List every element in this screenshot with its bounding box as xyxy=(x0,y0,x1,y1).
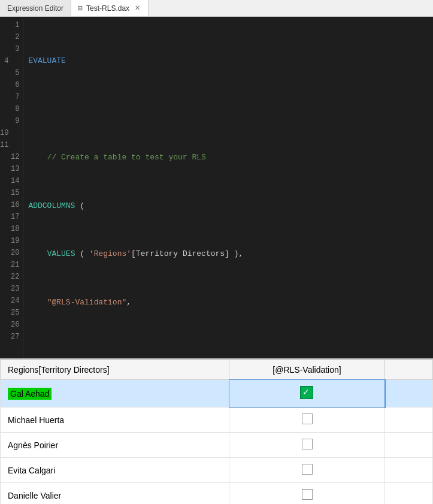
table-row[interactable]: Evita Calgari xyxy=(1,458,433,483)
row-extra-cell xyxy=(385,380,433,408)
row-name-cell: Michael Huerta xyxy=(1,408,229,433)
row-validation-cell xyxy=(229,380,385,408)
code-line-3: // Create a table to test your RLS xyxy=(28,152,428,164)
highlighted-name: Gal Aehad xyxy=(8,388,52,400)
table-area: Regions[Territory Directors] [@RLS-Valid… xyxy=(0,358,433,504)
tab-bar: Expression Editor ⊞ Test-RLS.dax ✕ xyxy=(0,0,433,17)
tab-close-button[interactable]: ✕ xyxy=(133,4,142,13)
checkbox-empty-icon xyxy=(302,414,313,424)
row-name-cell: Agnès Poirier xyxy=(1,433,229,458)
code-line-6: "@RLS-Validation", xyxy=(28,297,428,309)
editor-label: Expression Editor xyxy=(0,0,71,16)
checkbox-empty-icon xyxy=(302,439,313,449)
editor-area[interactable]: 1 2 3 4 5 6 7 8 9 10 11 12 13 14 15 16 1… xyxy=(0,17,433,358)
editor-lines: 1 2 3 4 5 6 7 8 9 10 11 12 13 14 15 16 1… xyxy=(0,17,433,358)
code-content[interactable]: EVALUATE // Create a table to test your … xyxy=(23,17,433,358)
code-line-7 xyxy=(28,345,428,357)
table-body: Gal Aehad Michael Huerta Agnès Poirier xyxy=(1,380,433,505)
tab-test-rls[interactable]: ⊞ Test-RLS.dax ✕ xyxy=(71,0,149,16)
row-extra-cell xyxy=(385,458,433,483)
col-header-extra xyxy=(385,360,433,380)
table-row[interactable]: Michael Huerta xyxy=(1,408,433,433)
code-line-5: VALUES ( 'Regions'[Territory Directors] … xyxy=(28,248,428,260)
line-numbers: 1 2 3 4 5 6 7 8 9 10 11 12 13 14 15 16 1… xyxy=(0,17,23,358)
row-validation-cell xyxy=(229,433,385,458)
row-validation-cell xyxy=(229,483,385,505)
tab-file-icon: ⊞ xyxy=(77,4,83,12)
col-header-name: Regions[Territory Directors] xyxy=(1,360,229,380)
row-extra-cell xyxy=(385,433,433,458)
table-row[interactable]: Danielle Valier xyxy=(1,483,433,505)
checkbox-empty-icon xyxy=(302,489,313,500)
checkbox-empty-icon xyxy=(302,464,313,475)
code-line-2 xyxy=(28,104,428,116)
row-name-cell: Gal Aehad xyxy=(1,380,229,408)
code-line-1: EVALUATE xyxy=(28,55,428,67)
col-header-validation: [@RLS-Validation] xyxy=(229,360,385,380)
row-name-cell: Danielle Valier xyxy=(1,483,229,505)
row-name-cell: Evita Calgari xyxy=(1,458,229,483)
row-validation-cell xyxy=(229,408,385,433)
code-line-4: ADDCOLUMNS ( xyxy=(28,200,428,212)
table-row[interactable]: Agnès Poirier xyxy=(1,433,433,458)
checkbox-checked-icon xyxy=(300,386,313,399)
row-validation-cell xyxy=(229,458,385,483)
table-row[interactable]: Gal Aehad xyxy=(1,380,433,408)
row-extra-cell xyxy=(385,408,433,433)
table-header: Regions[Territory Directors] [@RLS-Valid… xyxy=(1,360,433,380)
results-table: Regions[Territory Directors] [@RLS-Valid… xyxy=(0,360,433,504)
row-extra-cell xyxy=(385,483,433,505)
tab-label: Test-RLS.dax xyxy=(86,4,129,13)
